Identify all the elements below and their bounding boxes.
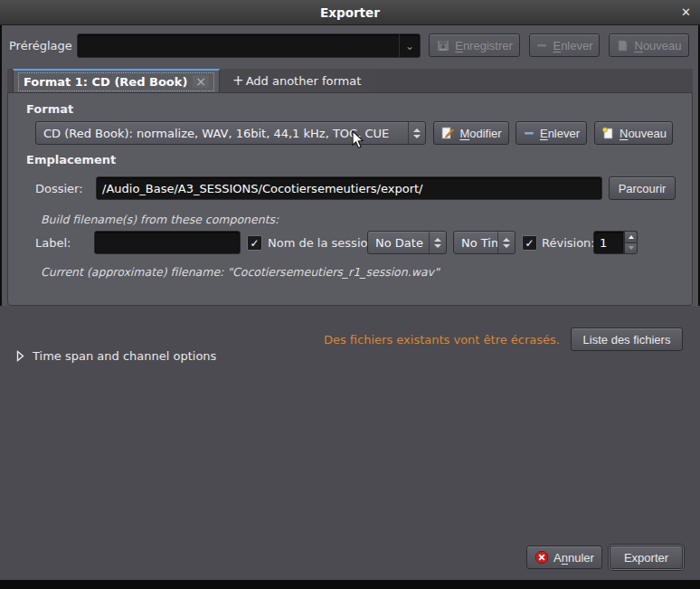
tab-close-icon[interactable]: × (193, 75, 209, 88)
format-combo-value: CD (Red Book): normalize, WAV, 16bit, 44… (36, 127, 408, 140)
minus-icon (523, 127, 535, 139)
label-label: Label: (35, 231, 71, 254)
folder-entry[interactable]: /Audio_Base/A3_SESSIONS/Cocotiersemeutie… (96, 176, 602, 200)
format-new-button[interactable]: Nouveau (594, 121, 673, 145)
window-close-icon[interactable]: ✕ (681, 0, 691, 24)
format-combo[interactable]: CD (Red Book): normalize, WAV, 16bit, 44… (35, 121, 426, 145)
window-bottom-edge (0, 580, 700, 589)
session-name-checkbox[interactable]: ✓ (247, 235, 262, 251)
save-icon (436, 38, 450, 52)
lower-area: Des fichiers existants vont être écrasés… (0, 306, 700, 580)
time-combo-value: No Time (454, 236, 497, 250)
combo-spinner-icon[interactable] (497, 232, 515, 253)
spin-down-icon[interactable] (624, 242, 638, 255)
expander-triangle-icon (16, 350, 24, 362)
preset-combo-value (78, 34, 399, 57)
current-filename-text: Current (approximate) filename: "Cocotie… (41, 265, 440, 279)
format-edit-button[interactable]: Modifier (433, 121, 509, 145)
edit-pencil-icon (440, 126, 455, 140)
format-remove-label: Enlever (540, 127, 580, 140)
tab-format-1-label: Format 1: CD (Red Book) (24, 75, 187, 89)
format-notebook: Format 1: CD (Red Book) × + Add another … (7, 69, 693, 306)
preset-new-button[interactable]: Nouveau (609, 33, 689, 57)
tab-format-1[interactable]: Format 1: CD (Red Book) × (13, 69, 220, 92)
preset-label: Préréglage (9, 33, 72, 58)
preset-save-button[interactable]: Enregistrer (429, 33, 520, 57)
overwrite-warning-text: Des fichiers existants vont être écrasés… (324, 333, 560, 347)
format-page: Format CD (Red Book): normalize, WAV, 16… (7, 92, 693, 306)
export-dialog: Exporter ✕ Préréglage ⌄ Enregistrer Enle… (0, 0, 700, 589)
preset-combo[interactable]: ⌄ (77, 33, 421, 58)
time-span-expander-label: Time span and channel options (33, 349, 216, 363)
preset-remove-label: Enlever (553, 39, 592, 52)
date-combo-value: No Date (368, 236, 429, 250)
revision-value[interactable]: 1 (593, 231, 624, 254)
combo-spinner-icon[interactable] (429, 232, 446, 253)
chevron-down-icon[interactable]: ⌄ (399, 34, 420, 57)
export-button[interactable]: Exporter (610, 546, 683, 569)
time-span-expander[interactable]: Time span and channel options (16, 349, 216, 363)
preset-new-label: Nouveau (634, 39, 681, 52)
revision-spinbutton[interactable]: 1 (593, 231, 638, 254)
minus-icon (535, 39, 548, 52)
format-remove-button[interactable]: Enlever (516, 121, 587, 145)
cancel-label: Annuler (553, 551, 594, 565)
new-document-icon (601, 126, 615, 140)
format-new-label: Nouveau (620, 127, 667, 140)
spin-up-icon[interactable] (624, 231, 638, 242)
plus-icon: + (232, 72, 244, 89)
cancel-button[interactable]: Annuler (526, 546, 602, 569)
dialog-title: Exporter (320, 5, 380, 20)
revision-label: Révision: (542, 231, 595, 254)
format-edit-label: Modifier (459, 127, 501, 140)
cancel-stop-icon (534, 550, 549, 565)
combo-spinner-icon[interactable] (408, 122, 425, 144)
browse-button[interactable]: Parcourir (609, 176, 676, 200)
label-entry[interactable] (94, 231, 241, 254)
time-combo[interactable]: No Time (453, 231, 516, 254)
tab-add-format-label: Add another format (246, 74, 362, 88)
new-document-icon (616, 39, 629, 52)
format-section-heading: Format (26, 102, 73, 116)
preset-save-label: Enregistrer (455, 39, 513, 52)
folder-label: Dossier: (35, 176, 83, 200)
title-bar: Exporter ✕ (0, 0, 700, 25)
preset-remove-button[interactable]: Enlever (529, 33, 600, 57)
session-name-label: Nom de la session (268, 231, 375, 254)
file-list-button[interactable]: Liste des fichiers (571, 328, 683, 351)
tab-strip: Format 1: CD (Red Book) × + Add another … (7, 69, 693, 92)
dialog-action-row: Annuler Exporter (526, 546, 683, 569)
location-section-heading: Emplacement (26, 153, 116, 166)
filename-components-heading: Build filename(s) from these components: (41, 213, 279, 226)
overwrite-warning-row: Des fichiers existants vont être écrasés… (324, 328, 683, 351)
tab-add-format[interactable]: + Add another format (220, 69, 374, 92)
revision-checkbox[interactable]: ✓ (522, 235, 537, 251)
date-combo[interactable]: No Date (367, 231, 447, 254)
preset-row: Préréglage ⌄ Enregistrer Enlever Nouveau (0, 33, 700, 58)
